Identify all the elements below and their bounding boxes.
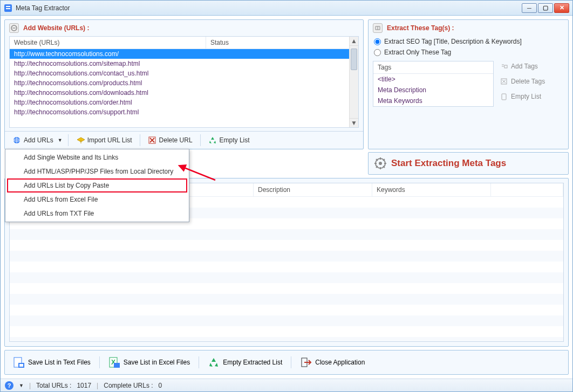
window-controls: ─ ▢ ✕ bbox=[522, 3, 569, 13]
col-keywords[interactable]: Keywords bbox=[372, 183, 491, 196]
add-website-title: Add Website (URLs) : bbox=[23, 24, 89, 32]
radio-seo-tag[interactable]: Extract SEO Tag [Title, Description & Ke… bbox=[369, 36, 568, 47]
add-website-panel: Add Website (URLs) : Website (URLs) Stat… bbox=[4, 19, 364, 149]
total-urls-label: Total URLs : bbox=[36, 382, 71, 389]
url-row[interactable]: http://technocomsolutions.com/contact_us… bbox=[10, 68, 358, 78]
delete-url-label: Delete URL bbox=[159, 136, 193, 144]
content-area: Add Website (URLs) : Website (URLs) Stat… bbox=[1, 16, 572, 379]
delete-tags-label: Delete Tags bbox=[511, 78, 545, 85]
url-row[interactable]: http://technocomsolutions.com/downloads.… bbox=[10, 88, 358, 98]
svg-rect-10 bbox=[502, 94, 506, 100]
empty-extracted-label: Empty Extracted List bbox=[223, 359, 282, 366]
import-url-list-label: Import URL List bbox=[87, 136, 132, 144]
dropdown-item[interactable]: Add URLs from TXT File bbox=[7, 207, 187, 221]
app-title: Meta Tag Extractor bbox=[16, 4, 522, 12]
tag-row[interactable]: Meta Description bbox=[373, 85, 493, 95]
add-tags-icon bbox=[500, 63, 508, 70]
app-window: Meta Tag Extractor ─ ▢ ✕ Add Website (UR… bbox=[0, 0, 573, 392]
app-icon bbox=[4, 4, 12, 12]
svg-rect-26 bbox=[114, 363, 120, 368]
svg-rect-2 bbox=[6, 8, 10, 9]
save-text-button[interactable]: Save List in Text Files bbox=[8, 354, 96, 371]
minimize-button[interactable]: ─ bbox=[522, 3, 537, 13]
tag-row[interactable]: <title> bbox=[373, 74, 493, 85]
dropdown-item[interactable]: Add HTML/ASP/PHP/JSP Files from Local Di… bbox=[7, 164, 187, 178]
svg-rect-8 bbox=[504, 65, 507, 68]
col-description[interactable]: Description bbox=[254, 183, 372, 196]
tag-section: Tags <title>Meta DescriptionMeta Keyword… bbox=[369, 58, 568, 111]
add-urls-dropdown: Add Single Website and Its LinksAdd HTML… bbox=[5, 149, 189, 222]
save-text-label: Save List in Text Files bbox=[28, 359, 91, 366]
complete-urls-value: 0 bbox=[159, 382, 162, 389]
url-toolbar: Add URLs ▼ Import URL List Delete URL bbox=[5, 131, 363, 149]
radio-only-these[interactable]: Extract Only These Tag bbox=[369, 47, 568, 58]
close-button[interactable]: ✕ bbox=[554, 3, 569, 13]
titlebar: Meta Tag Extractor ─ ▢ ✕ bbox=[1, 1, 572, 16]
url-row[interactable]: http://technocomsolutions.com/products.h… bbox=[10, 78, 358, 88]
url-table-header: Website (URLs) Status bbox=[10, 37, 358, 49]
col-status[interactable]: Status bbox=[206, 37, 358, 49]
tag-icon bbox=[373, 23, 383, 33]
col-extra[interactable] bbox=[491, 183, 563, 196]
extract-tags-panel: Extract These Tag(s) : Extract SEO Tag [… bbox=[368, 19, 569, 149]
caret-down-icon: ▼ bbox=[58, 137, 63, 143]
svg-rect-1 bbox=[6, 6, 10, 7]
start-extracting-label: Start Extracting Meta Tags bbox=[391, 158, 506, 169]
save-excel-label: Save List in Excel Files bbox=[124, 359, 190, 366]
delete-tags-button[interactable]: Delete Tags bbox=[499, 76, 564, 87]
save-excel-icon: X bbox=[108, 356, 120, 368]
dropdown-item[interactable]: Add URLs List by Copy Paste bbox=[7, 178, 187, 192]
start-extracting-button[interactable]: Start Extracting Meta Tags bbox=[368, 152, 569, 175]
add-website-header: Add Website (URLs) : bbox=[5, 20, 363, 36]
extract-tags-title: Extract These Tag(s) : bbox=[387, 24, 454, 32]
col-website[interactable]: Website (URLs) bbox=[10, 37, 206, 49]
empty-tags-button[interactable]: Empty List bbox=[499, 91, 564, 102]
save-excel-button[interactable]: X Save List in Excel Files bbox=[104, 354, 195, 371]
empty-list-button[interactable]: Empty List bbox=[203, 133, 255, 147]
url-row[interactable]: http://technocomsolutions.com/order.html bbox=[10, 98, 358, 107]
import-url-list-button[interactable]: Import URL List bbox=[71, 133, 137, 147]
close-app-button[interactable]: Close Application bbox=[295, 354, 370, 371]
total-urls-value: 1017 bbox=[77, 382, 91, 389]
close-app-label: Close Application bbox=[315, 359, 365, 366]
add-urls-button[interactable]: Add URLs ▼ bbox=[8, 133, 65, 147]
scroll-thumb[interactable] bbox=[351, 49, 357, 70]
recycle-icon bbox=[208, 136, 217, 145]
save-text-icon bbox=[13, 356, 25, 368]
statusbar: ? ▼ | Total URLs : 1017 | Complete URLs … bbox=[1, 379, 572, 391]
extract-tags-header: Extract These Tag(s) : bbox=[369, 20, 568, 36]
url-row[interactable]: http://www.technocomsolutions.com/ bbox=[10, 49, 358, 59]
scroll-up-icon[interactable]: ▲ bbox=[350, 37, 358, 46]
exit-icon bbox=[300, 356, 312, 368]
url-row[interactable]: http://technocomsolutions.com/sitemap.ht… bbox=[10, 59, 358, 68]
url-table[interactable]: Website (URLs) Status http://www.technoc… bbox=[9, 36, 359, 128]
delete-url-button[interactable]: Delete URL bbox=[143, 133, 197, 147]
dropdown-item[interactable]: Add Single Website and Its Links bbox=[7, 150, 187, 164]
maximize-button[interactable]: ▢ bbox=[538, 3, 553, 13]
import-icon bbox=[76, 136, 85, 145]
tag-buttons: Add Tags Delete Tags Empty List bbox=[499, 61, 564, 107]
globe-icon bbox=[12, 136, 21, 145]
recycle-icon bbox=[208, 356, 220, 368]
help-caret-icon[interactable]: ▼ bbox=[19, 383, 24, 388]
empty-tags-label: Empty List bbox=[511, 93, 541, 100]
empty-tags-icon bbox=[500, 93, 508, 100]
radio-only-input[interactable] bbox=[374, 49, 381, 56]
add-tags-label: Add Tags bbox=[511, 63, 538, 70]
empty-extracted-button[interactable]: Empty Extracted List bbox=[203, 354, 287, 371]
url-row[interactable]: http://technocomsolutions.com/support.ht… bbox=[10, 107, 358, 117]
delete-tags-icon bbox=[500, 78, 508, 85]
delete-icon bbox=[148, 136, 156, 145]
tag-table[interactable]: Tags <title>Meta DescriptionMeta Keyword… bbox=[373, 61, 494, 107]
help-icon[interactable]: ? bbox=[5, 381, 13, 390]
url-scrollbar[interactable]: ▲ ▼ bbox=[349, 37, 358, 127]
gear-icon bbox=[374, 157, 387, 170]
radio-seo-input[interactable] bbox=[374, 38, 381, 45]
svg-rect-23 bbox=[19, 364, 23, 367]
add-tags-button[interactable]: Add Tags bbox=[499, 61, 564, 72]
dropdown-item[interactable]: Add URLs from Excel File bbox=[7, 192, 187, 207]
tag-col-header[interactable]: Tags bbox=[373, 61, 493, 74]
tag-row[interactable]: Meta Keywords bbox=[373, 95, 493, 106]
radio-only-label: Extract Only These Tag bbox=[384, 49, 451, 56]
scroll-down-icon[interactable]: ▼ bbox=[350, 118, 358, 127]
